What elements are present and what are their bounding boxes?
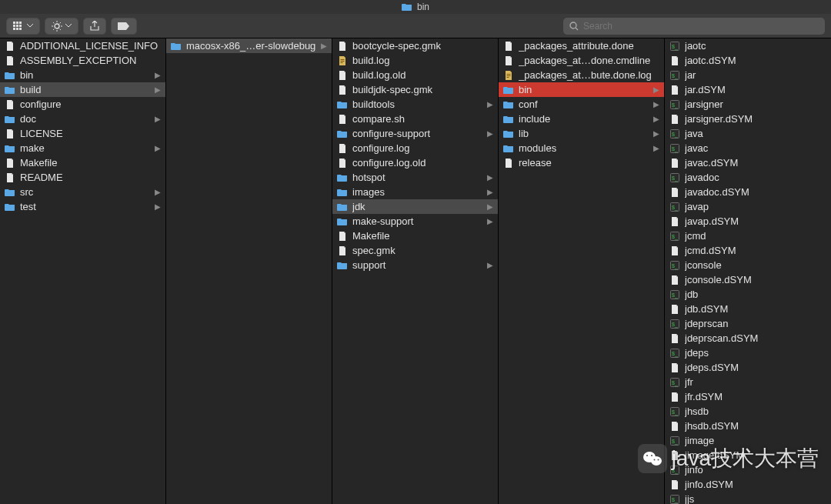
list-item[interactable]: test▶: [0, 199, 165, 214]
list-item[interactable]: src▶: [0, 185, 165, 199]
list-item[interactable]: jar.dSYM: [665, 82, 831, 97]
list-item[interactable]: conf▶: [499, 97, 664, 112]
chevron-right-icon: ▶: [487, 217, 493, 225]
share-button[interactable]: [83, 18, 106, 35]
list-item[interactable]: bin▶: [0, 68, 165, 82]
list-item[interactable]: javadoc.dSYM: [665, 185, 831, 199]
list-item[interactable]: _packages_at…done.cmdline: [499, 53, 664, 68]
view-mode-button[interactable]: [6, 18, 40, 35]
list-item[interactable]: _packages_attribute.done: [499, 38, 664, 53]
exec-icon: $_: [669, 319, 680, 329]
list-item[interactable]: $_jdeps: [665, 345, 831, 360]
tags-button[interactable]: [111, 18, 137, 35]
list-item[interactable]: jarsigner.dSYM: [665, 112, 831, 126]
list-item[interactable]: configure.log.old: [332, 155, 498, 170]
list-item[interactable]: $_jdeprscan: [665, 316, 831, 331]
list-item[interactable]: jconsole.dSYM: [665, 272, 831, 287]
search-input[interactable]: [583, 21, 819, 32]
list-item[interactable]: bootcycle-spec.gmk: [332, 38, 498, 53]
column[interactable]: $_jaotcjaotc.dSYM$_jarjar.dSYM$_jarsigne…: [665, 38, 831, 504]
action-menu-button[interactable]: [45, 18, 78, 35]
list-item[interactable]: $_javap: [665, 199, 831, 214]
list-item[interactable]: configure.log: [332, 141, 498, 155]
list-item[interactable]: images▶: [332, 185, 498, 199]
column[interactable]: macosx-x86_…er-slowdebug▶: [166, 38, 332, 504]
list-item[interactable]: jdeps.dSYM: [665, 360, 831, 375]
item-label: jdeps: [685, 347, 826, 359]
list-item[interactable]: jaotc.dSYM: [665, 53, 831, 68]
list-item[interactable]: $_jaotc: [665, 38, 831, 53]
list-item[interactable]: jfr.dSYM: [665, 389, 831, 404]
item-label: buildjdk-spec.gmk: [352, 84, 493, 95]
list-item[interactable]: macosx-x86_…er-slowdebug▶: [166, 38, 332, 53]
list-item[interactable]: build▶: [0, 82, 165, 97]
item-label: modules: [519, 142, 649, 154]
list-item[interactable]: configure-support▶: [332, 126, 498, 141]
file-icon: [669, 304, 680, 315]
list-item[interactable]: ADDITIONAL_LICENSE_INFO: [0, 38, 165, 53]
list-item[interactable]: README: [0, 170, 165, 185]
list-item[interactable]: $_jjs: [665, 492, 831, 504]
item-label: README: [20, 172, 161, 183]
list-item[interactable]: build.log.old: [332, 68, 498, 82]
folder-icon: [5, 114, 15, 125]
search-field[interactable]: [563, 18, 825, 35]
list-item[interactable]: jdk▶: [332, 199, 498, 214]
list-item[interactable]: lib▶: [499, 126, 664, 141]
list-item[interactable]: $_jconsole: [665, 258, 831, 272]
column[interactable]: bootcycle-spec.gmkbuild.logbuild.log.old…: [332, 38, 499, 504]
list-item[interactable]: ASSEMBLY_EXCEPTION: [0, 53, 165, 68]
list-item[interactable]: jdb.dSYM: [665, 302, 831, 316]
list-item[interactable]: jimage.dSYM: [665, 448, 831, 462]
item-label: jfr.dSYM: [685, 391, 826, 402]
svg-text:$_: $_: [672, 322, 678, 328]
list-item[interactable]: jhsdb.dSYM: [665, 419, 831, 433]
list-item[interactable]: $_javadoc: [665, 170, 831, 185]
list-item[interactable]: include▶: [499, 112, 664, 126]
list-item[interactable]: $_jarsigner: [665, 97, 831, 112]
list-item[interactable]: $_jimage: [665, 433, 831, 448]
list-item[interactable]: Makefile: [0, 155, 165, 170]
list-item[interactable]: support▶: [332, 258, 498, 272]
list-item[interactable]: $_jinfo: [665, 462, 831, 477]
chevron-down-icon: [27, 24, 33, 28]
list-item[interactable]: compare.sh: [332, 112, 498, 126]
chevron-down-icon: [65, 24, 72, 28]
item-label: javac.dSYM: [685, 157, 826, 169]
list-item[interactable]: $_java: [665, 126, 831, 141]
list-item[interactable]: javac.dSYM: [665, 155, 831, 170]
list-item[interactable]: build.log: [332, 53, 498, 68]
list-item[interactable]: $_jar: [665, 68, 831, 82]
list-item[interactable]: $_jdb: [665, 287, 831, 302]
list-item[interactable]: configure: [0, 97, 165, 112]
list-item[interactable]: $_jfr: [665, 375, 831, 389]
list-item[interactable]: jdeprscan.dSYM: [665, 331, 831, 345]
exec-icon: $_: [669, 70, 680, 81]
list-item[interactable]: modules▶: [499, 141, 664, 155]
list-item[interactable]: _packages_at…bute.done.log: [499, 68, 664, 82]
list-item[interactable]: make▶: [0, 141, 165, 155]
list-item[interactable]: buildjdk-spec.gmk: [332, 82, 498, 97]
list-item[interactable]: release: [499, 155, 664, 170]
column[interactable]: _packages_attribute.done_packages_at…don…: [499, 38, 665, 504]
item-label: jimage: [685, 435, 826, 446]
item-label: java: [685, 128, 826, 139]
list-item[interactable]: jinfo.dSYM: [665, 477, 831, 492]
list-item[interactable]: buildtools▶: [332, 97, 498, 112]
list-item[interactable]: bin▶: [499, 82, 664, 97]
list-item[interactable]: doc▶: [0, 112, 165, 126]
file-icon: [669, 392, 680, 402]
list-item[interactable]: spec.gmk: [332, 243, 498, 258]
list-item[interactable]: Makefile: [332, 229, 498, 243]
list-item[interactable]: make-support▶: [332, 214, 498, 229]
list-item[interactable]: hotspot▶: [332, 170, 498, 185]
list-item[interactable]: $_javac: [665, 141, 831, 155]
list-item[interactable]: javap.dSYM: [665, 214, 831, 229]
list-item[interactable]: LICENSE: [0, 126, 165, 141]
column[interactable]: ADDITIONAL_LICENSE_INFOASSEMBLY_EXCEPTIO…: [0, 38, 166, 504]
item-label: make: [20, 142, 150, 154]
file-icon: [337, 143, 348, 154]
list-item[interactable]: $_jhsdb: [665, 404, 831, 419]
list-item[interactable]: $_jcmd: [665, 229, 831, 243]
list-item[interactable]: jcmd.dSYM: [665, 243, 831, 258]
